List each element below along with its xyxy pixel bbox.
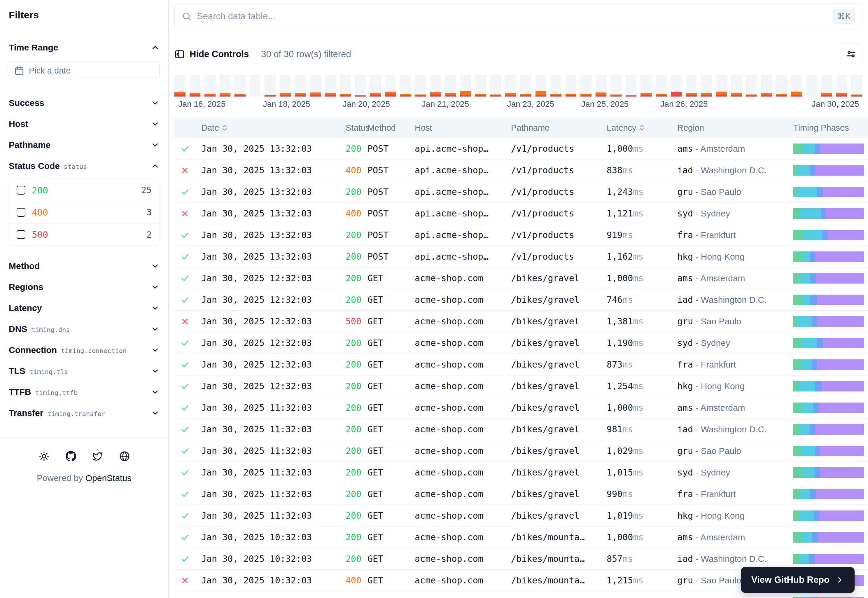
status-option-200[interactable]: 20025	[9, 179, 159, 201]
section-host[interactable]: Host	[9, 114, 160, 135]
section-pathname[interactable]: Pathname	[9, 135, 160, 155]
timeline-bar[interactable]	[505, 75, 516, 97]
section-latency[interactable]: Latency	[9, 298, 160, 318]
timeline-bar[interactable]	[475, 75, 486, 97]
status-option-400[interactable]: 4003	[9, 201, 159, 223]
table-row[interactable]: Jan 30, 2025 11:32:03200GETacme-shop.com…	[175, 397, 868, 419]
github-icon[interactable]	[66, 451, 76, 462]
timeline-bar[interactable]	[550, 75, 562, 97]
globe-icon[interactable]	[119, 451, 130, 462]
timeline-bar[interactable]	[220, 75, 231, 97]
timeline-bar[interactable]	[611, 75, 621, 97]
status-option-500[interactable]: 5002	[9, 223, 159, 246]
table-row[interactable]: Jan 30, 2025 11:32:03200GETacme-shop.com…	[175, 505, 868, 526]
section-connection[interactable]: Connectiontiming.connection	[9, 339, 160, 360]
table-row[interactable]: Jan 30, 2025 13:32:03200POSTapi.acme-sho…	[175, 138, 868, 160]
timeline-bar[interactable]	[746, 75, 757, 97]
hide-controls-button[interactable]: Hide Controls	[175, 49, 249, 60]
cell-region: gru - Sao Paulo	[677, 446, 793, 456]
timeline-bar[interactable]	[731, 75, 742, 97]
timeline-bar[interactable]	[430, 75, 441, 97]
timeline-bar[interactable]	[205, 75, 215, 97]
timeline-bar[interactable]	[776, 75, 787, 97]
timeline-bar[interactable]	[701, 75, 712, 97]
column-header-date[interactable]: Date	[201, 123, 346, 133]
table-row[interactable]: Jan 30, 2025 13:32:03200POSTapi.acme-sho…	[175, 181, 868, 203]
timeline-bar[interactable]	[415, 75, 426, 97]
timeline-bar[interactable]	[626, 75, 637, 97]
timeline-bar[interactable]	[264, 75, 276, 97]
checkbox[interactable]	[16, 208, 25, 217]
timeline-bar[interactable]	[235, 75, 246, 97]
table-row[interactable]: Jan 30, 2025 10:32:03200GETacme-shop.com…	[175, 526, 868, 548]
timeline-bar[interactable]	[295, 75, 306, 97]
table-row[interactable]: Jan 30, 2025 13:32:03200POSTapi.acme-sho…	[175, 246, 868, 268]
timeline-bar[interactable]	[445, 75, 456, 97]
section-transfer[interactable]: Transfertiming.transfer	[9, 402, 160, 423]
timeline-bar[interactable]	[490, 75, 501, 97]
table-row[interactable]: Jan 30, 2025 12:32:03200GETacme-shop.com…	[175, 289, 868, 311]
timeline-bar[interactable]	[385, 75, 396, 97]
timeline-bar[interactable]	[761, 75, 772, 97]
timeline-bar[interactable]	[656, 75, 667, 97]
checkbox[interactable]	[16, 186, 25, 194]
checkbox[interactable]	[16, 230, 25, 239]
table-row[interactable]: Jan 30, 2025 11:32:03200GETacme-shop.com…	[175, 483, 868, 505]
table-row[interactable]: Jan 30, 2025 10:32:03200GETacme-shop.com…	[175, 548, 868, 570]
timeline-bar[interactable]	[175, 75, 185, 97]
timeline-bar[interactable]	[851, 75, 862, 97]
timeline-bar[interactable]	[566, 75, 577, 97]
table-row[interactable]: Jan 30, 2025 12:32:03200GETacme-shop.com…	[175, 375, 868, 397]
section-ttfb[interactable]: TTFBtiming.ttfb	[9, 381, 160, 402]
timeline-bar[interactable]	[520, 75, 532, 97]
table-row[interactable]: Jan 30, 2025 13:32:03400POSTapi.acme-sho…	[175, 203, 868, 224]
timeline-bar[interactable]	[325, 75, 336, 97]
date-picker[interactable]: Pick a date	[9, 62, 160, 79]
timeline-bar[interactable]	[671, 75, 682, 97]
table-row[interactable]: Jan 30, 2025 11:32:03200GETacme-shop.com…	[175, 419, 868, 440]
timeline-bar[interactable]	[580, 75, 592, 97]
timeline-bar[interactable]	[716, 75, 727, 97]
timeline-bar[interactable]	[641, 75, 651, 97]
table-row[interactable]: Jan 30, 2025 11:32:03200GETacme-shop.com…	[175, 440, 868, 462]
section-regions[interactable]: Regions	[9, 277, 160, 298]
timing-phase-segment	[810, 251, 815, 262]
table-row[interactable]: Jan 30, 2025 12:32:03500GETacme-shop.com…	[175, 311, 868, 332]
table-row[interactable]: Jan 30, 2025 12:32:03200GETacme-shop.com…	[175, 268, 868, 289]
theme-toggle-sun-icon[interactable]	[39, 451, 49, 462]
timeline-bar[interactable]	[821, 75, 832, 97]
timeline-bar[interactable]	[310, 75, 321, 97]
timeline-bar[interactable]	[791, 75, 802, 97]
section-success[interactable]: Success	[9, 93, 160, 114]
table-row[interactable]: Jan 30, 2025 12:32:03200GETacme-shop.com…	[175, 332, 868, 354]
section-tls[interactable]: TLStiming.tls	[9, 360, 160, 381]
section-status-code[interactable]: Status Code status	[9, 155, 160, 176]
twitter-icon[interactable]	[93, 451, 103, 462]
timeline-bar[interactable]	[280, 75, 291, 97]
table-row[interactable]: Jan 30, 2025 11:32:03200GETacme-shop.com…	[175, 462, 868, 483]
timeline-bar[interactable]	[806, 75, 817, 97]
section-dns[interactable]: DNStiming.dns	[9, 318, 160, 339]
timeline-bar[interactable]	[686, 75, 697, 97]
table-row[interactable]: Jan 30, 2025 13:32:03200POSTapi.acme-sho…	[175, 224, 868, 246]
view-github-repo-button[interactable]: View GitHub Repo	[741, 567, 855, 593]
timeline-bar[interactable]	[340, 75, 351, 97]
section-time-range[interactable]: Time Range	[9, 37, 160, 58]
timeline-bar[interactable]	[190, 75, 201, 97]
timeline-bar[interactable]	[535, 75, 547, 97]
section-method[interactable]: Method	[9, 256, 160, 277]
timeline-bar[interactable]	[836, 75, 847, 97]
table-row[interactable]: Jan 30, 2025 13:32:03400POSTapi.acme-sho…	[175, 160, 868, 181]
table-row[interactable]: Jan 30, 2025 12:32:03200GETacme-shop.com…	[175, 354, 868, 375]
timeline-bar[interactable]	[400, 75, 411, 97]
timeline-bar[interactable]	[370, 75, 381, 97]
column-header-latency[interactable]: Latency	[607, 123, 677, 133]
search-input[interactable]	[197, 11, 828, 22]
timing-phases-bar	[793, 597, 864, 598]
timeline-bar[interactable]	[460, 75, 471, 97]
openstatus-link[interactable]: OpenStatus	[85, 473, 131, 484]
timeline-bar[interactable]	[249, 75, 261, 97]
timeline-bar[interactable]	[355, 75, 366, 97]
timeline-bar[interactable]	[596, 75, 607, 97]
view-options-button[interactable]	[840, 43, 862, 65]
